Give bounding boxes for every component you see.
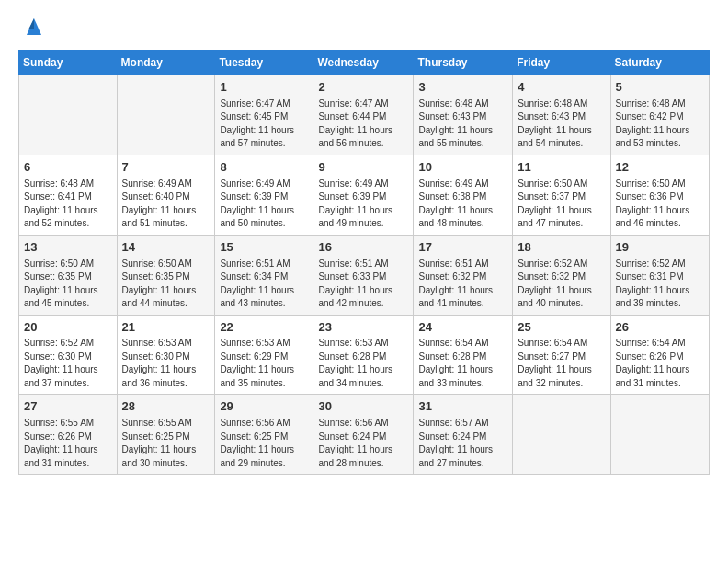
day-info: Sunrise: 6:48 AM Sunset: 6:43 PM Dayligh… <box>518 98 605 151</box>
day-info: Sunrise: 6:50 AM Sunset: 6:35 PM Dayligh… <box>24 258 112 311</box>
day-cell: 9Sunrise: 6:49 AM Sunset: 6:39 PM Daylig… <box>313 155 414 235</box>
day-number: 13 <box>24 239 112 257</box>
day-info: Sunrise: 6:51 AM Sunset: 6:32 PM Dayligh… <box>418 258 507 311</box>
day-number: 7 <box>122 159 210 177</box>
day-info: Sunrise: 6:53 AM Sunset: 6:30 PM Dayligh… <box>122 337 210 390</box>
header-row: SundayMondayTuesdayWednesdayThursdayFrid… <box>19 51 710 75</box>
day-number: 28 <box>122 398 210 416</box>
day-info: Sunrise: 6:53 AM Sunset: 6:28 PM Dayligh… <box>318 337 408 390</box>
day-cell: 11Sunrise: 6:50 AM Sunset: 6:37 PM Dayli… <box>513 155 610 235</box>
day-number: 21 <box>122 319 210 337</box>
day-cell: 29Sunrise: 6:56 AM Sunset: 6:25 PM Dayli… <box>215 395 313 475</box>
day-cell: 19Sunrise: 6:52 AM Sunset: 6:31 PM Dayli… <box>610 235 709 315</box>
day-cell: 1Sunrise: 6:47 AM Sunset: 6:45 PM Daylig… <box>215 75 313 155</box>
day-cell: 22Sunrise: 6:53 AM Sunset: 6:29 PM Dayli… <box>215 315 313 395</box>
day-cell: 7Sunrise: 6:49 AM Sunset: 6:40 PM Daylig… <box>117 155 215 235</box>
day-number: 2 <box>318 79 408 97</box>
week-row-1: 1Sunrise: 6:47 AM Sunset: 6:45 PM Daylig… <box>19 75 710 155</box>
day-info: Sunrise: 6:47 AM Sunset: 6:45 PM Dayligh… <box>220 98 308 151</box>
col-header-tuesday: Tuesday <box>215 51 313 75</box>
day-number: 18 <box>518 239 605 257</box>
day-info: Sunrise: 6:49 AM Sunset: 6:39 PM Dayligh… <box>220 178 308 231</box>
day-number: 22 <box>220 319 308 337</box>
day-cell: 31Sunrise: 6:57 AM Sunset: 6:24 PM Dayli… <box>414 395 513 475</box>
day-cell: 17Sunrise: 6:51 AM Sunset: 6:32 PM Dayli… <box>414 235 513 315</box>
day-number: 19 <box>616 239 704 257</box>
day-cell: 18Sunrise: 6:52 AM Sunset: 6:32 PM Dayli… <box>513 235 610 315</box>
day-info: Sunrise: 6:49 AM Sunset: 6:38 PM Dayligh… <box>418 178 507 231</box>
header <box>18 15 710 40</box>
day-number: 23 <box>318 319 408 337</box>
day-info: Sunrise: 6:52 AM Sunset: 6:30 PM Dayligh… <box>24 337 112 390</box>
col-header-friday: Friday <box>513 51 610 75</box>
day-info: Sunrise: 6:52 AM Sunset: 6:31 PM Dayligh… <box>616 258 704 311</box>
week-row-2: 6Sunrise: 6:48 AM Sunset: 6:41 PM Daylig… <box>19 155 710 235</box>
day-info: Sunrise: 6:50 AM Sunset: 6:37 PM Dayligh… <box>518 178 605 231</box>
day-cell <box>19 75 118 155</box>
day-info: Sunrise: 6:48 AM Sunset: 6:43 PM Dayligh… <box>418 98 507 151</box>
day-cell: 20Sunrise: 6:52 AM Sunset: 6:30 PM Dayli… <box>19 315 118 395</box>
week-row-5: 27Sunrise: 6:55 AM Sunset: 6:26 PM Dayli… <box>19 395 710 475</box>
day-number: 17 <box>418 239 507 257</box>
day-info: Sunrise: 6:51 AM Sunset: 6:34 PM Dayligh… <box>220 258 308 311</box>
day-number: 14 <box>122 239 210 257</box>
day-number: 29 <box>220 398 308 416</box>
col-header-sunday: Sunday <box>19 51 118 75</box>
day-cell: 27Sunrise: 6:55 AM Sunset: 6:26 PM Dayli… <box>19 395 118 475</box>
day-info: Sunrise: 6:54 AM Sunset: 6:28 PM Dayligh… <box>418 337 507 390</box>
day-number: 12 <box>616 159 704 177</box>
svg-marker-1 <box>28 18 34 29</box>
day-info: Sunrise: 6:52 AM Sunset: 6:32 PM Dayligh… <box>518 258 605 311</box>
week-row-4: 20Sunrise: 6:52 AM Sunset: 6:30 PM Dayli… <box>19 315 710 395</box>
day-cell <box>117 75 215 155</box>
day-number: 3 <box>418 79 507 97</box>
day-number: 26 <box>616 319 704 337</box>
day-number: 30 <box>318 398 408 416</box>
day-cell: 21Sunrise: 6:53 AM Sunset: 6:30 PM Dayli… <box>117 315 215 395</box>
day-info: Sunrise: 6:53 AM Sunset: 6:29 PM Dayligh… <box>220 337 308 390</box>
day-number: 11 <box>518 159 605 177</box>
day-info: Sunrise: 6:49 AM Sunset: 6:40 PM Dayligh… <box>122 178 210 231</box>
day-number: 16 <box>318 239 408 257</box>
day-number: 20 <box>24 319 112 337</box>
day-info: Sunrise: 6:48 AM Sunset: 6:41 PM Dayligh… <box>24 178 112 231</box>
day-cell: 15Sunrise: 6:51 AM Sunset: 6:34 PM Dayli… <box>215 235 313 315</box>
day-number: 27 <box>24 398 112 416</box>
day-cell <box>610 395 709 475</box>
day-cell: 13Sunrise: 6:50 AM Sunset: 6:35 PM Dayli… <box>19 235 118 315</box>
day-info: Sunrise: 6:50 AM Sunset: 6:36 PM Dayligh… <box>616 178 704 231</box>
day-number: 9 <box>318 159 408 177</box>
day-cell: 5Sunrise: 6:48 AM Sunset: 6:42 PM Daylig… <box>610 75 709 155</box>
col-header-wednesday: Wednesday <box>313 51 414 75</box>
day-info: Sunrise: 6:54 AM Sunset: 6:26 PM Dayligh… <box>616 337 704 390</box>
day-cell: 25Sunrise: 6:54 AM Sunset: 6:27 PM Dayli… <box>513 315 610 395</box>
day-cell: 10Sunrise: 6:49 AM Sunset: 6:38 PM Dayli… <box>414 155 513 235</box>
day-number: 6 <box>24 159 112 177</box>
day-info: Sunrise: 6:54 AM Sunset: 6:27 PM Dayligh… <box>518 337 605 390</box>
day-cell: 4Sunrise: 6:48 AM Sunset: 6:43 PM Daylig… <box>513 75 610 155</box>
day-cell: 23Sunrise: 6:53 AM Sunset: 6:28 PM Dayli… <box>313 315 414 395</box>
day-cell: 28Sunrise: 6:55 AM Sunset: 6:25 PM Dayli… <box>117 395 215 475</box>
logo <box>18 15 47 40</box>
day-number: 10 <box>418 159 507 177</box>
day-info: Sunrise: 6:55 AM Sunset: 6:25 PM Dayligh… <box>122 417 210 470</box>
day-number: 4 <box>518 79 605 97</box>
day-cell: 26Sunrise: 6:54 AM Sunset: 6:26 PM Dayli… <box>610 315 709 395</box>
day-cell: 24Sunrise: 6:54 AM Sunset: 6:28 PM Dayli… <box>414 315 513 395</box>
week-row-3: 13Sunrise: 6:50 AM Sunset: 6:35 PM Dayli… <box>19 235 710 315</box>
day-cell: 14Sunrise: 6:50 AM Sunset: 6:35 PM Dayli… <box>117 235 215 315</box>
day-number: 5 <box>616 79 704 97</box>
day-cell: 6Sunrise: 6:48 AM Sunset: 6:41 PM Daylig… <box>19 155 118 235</box>
day-number: 24 <box>418 319 507 337</box>
day-info: Sunrise: 6:47 AM Sunset: 6:44 PM Dayligh… <box>318 98 408 151</box>
page: SundayMondayTuesdayWednesdayThursdayFrid… <box>0 0 728 563</box>
day-info: Sunrise: 6:56 AM Sunset: 6:24 PM Dayligh… <box>318 417 408 470</box>
day-number: 1 <box>220 79 308 97</box>
logo-icon <box>21 15 47 40</box>
day-number: 15 <box>220 239 308 257</box>
day-info: Sunrise: 6:57 AM Sunset: 6:24 PM Dayligh… <box>418 417 507 470</box>
day-number: 31 <box>418 398 507 416</box>
day-cell: 2Sunrise: 6:47 AM Sunset: 6:44 PM Daylig… <box>313 75 414 155</box>
day-cell: 12Sunrise: 6:50 AM Sunset: 6:36 PM Dayli… <box>610 155 709 235</box>
day-cell <box>513 395 610 475</box>
